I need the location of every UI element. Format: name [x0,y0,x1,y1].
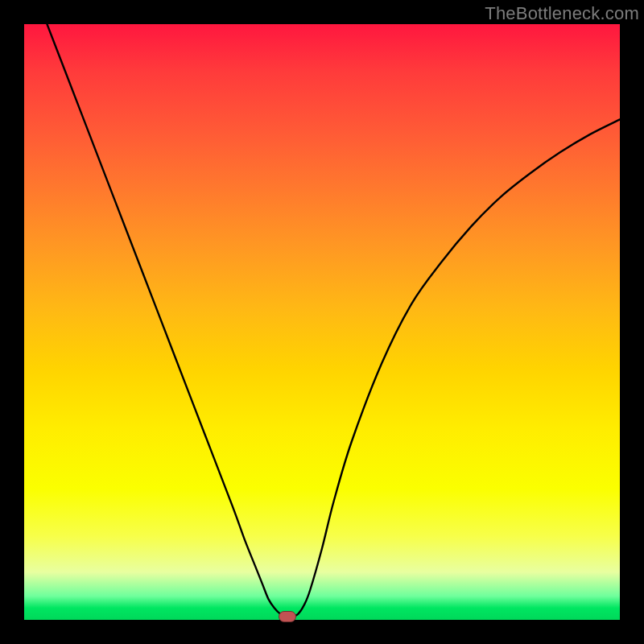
plot-area [24,24,620,620]
chart-svg [24,24,620,620]
curve-line [24,0,620,617]
chart-frame: TheBottleneck.com [0,0,644,644]
min-marker [279,611,296,622]
watermark-text: TheBottleneck.com [485,3,639,24]
